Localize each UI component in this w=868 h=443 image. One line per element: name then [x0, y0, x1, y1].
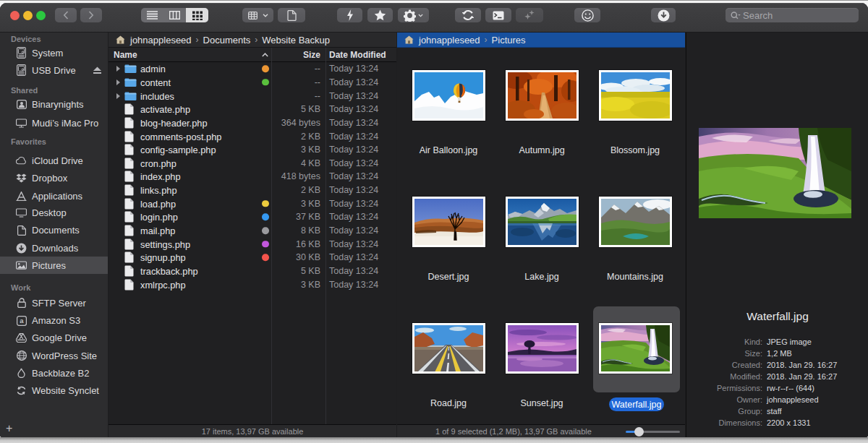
- svg-text:a: a: [20, 317, 24, 324]
